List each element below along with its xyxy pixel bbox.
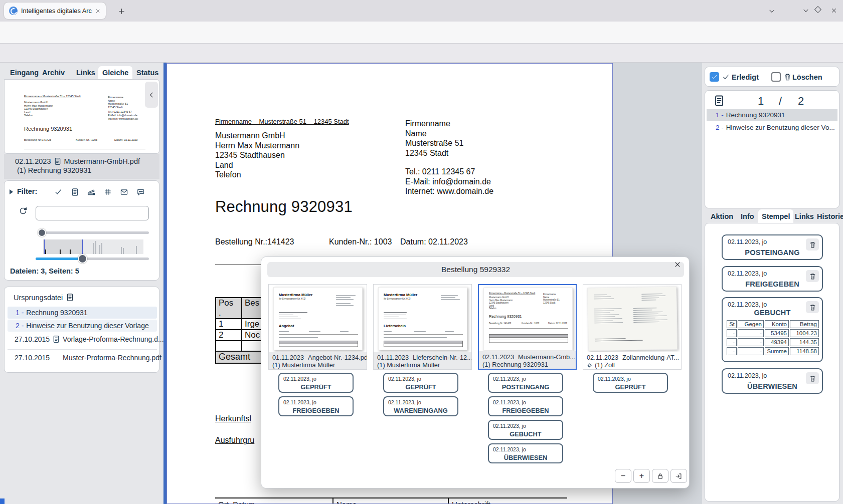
filter-panel: Filter: Dateien: 3, Seiten: 5	[4, 180, 159, 281]
sidebar-tab-archiv[interactable]: Archiv	[38, 66, 69, 79]
thumb-meta-customer: Kunden-Nr.: 1003	[76, 138, 97, 142]
right-tab-info[interactable]: Info	[737, 209, 758, 223]
divider	[8, 349, 157, 350]
new-tab-button[interactable]	[116, 6, 126, 16]
stamp-geprueft: 02.11.2023, joGEPRÜFT	[593, 373, 668, 393]
window-minimize-icon[interactable]	[800, 6, 811, 16]
page-list-item-selected[interactable]: 1 - Rechnung 9320931	[707, 109, 837, 121]
browser-navigation-bar: https://dms.spiraltrax.com	[0, 22, 843, 44]
window-close-icon[interactable]	[828, 6, 839, 16]
pages-current[interactable]: 1	[758, 95, 764, 108]
dialog-import-button[interactable]	[670, 469, 687, 483]
dialog-close-icon[interactable]	[673, 260, 682, 269]
stamps-panel: 02.11.2023, jo POSTEINGANG 02.11.2023, j…	[705, 223, 839, 501]
sidebar-tab-status[interactable]: Status	[132, 66, 162, 79]
thumb-recipient: Mustermann GmbHHerrn Max Mustermann12345…	[24, 101, 53, 117]
filter-reload-icon[interactable]	[18, 206, 29, 216]
check-icon	[722, 73, 730, 81]
sidebar-tab-gleiche[interactable]: Gleiche	[98, 66, 132, 79]
dialog-title-bar[interactable]: Bestellung 5929332	[267, 262, 684, 277]
document-icon	[66, 293, 74, 302]
redacted-text	[414, 330, 427, 332]
stamp-ueberwiesen: 02.11.2023, joÜBERWIESEN	[488, 443, 563, 463]
stamp-posteingang: 02.11.2023, jo POSTEINGANG	[722, 234, 823, 260]
thumb-company: FirmennameNameMusterstraße 5112345 Stadt…	[108, 96, 138, 120]
mini-recipient: Mustermann GmbHHerrn Max Mustermann12345…	[489, 296, 513, 310]
browser-tab[interactable]: Intelligentes digitales Arch	[4, 3, 106, 19]
filter-grid-icon[interactable]	[102, 187, 113, 197]
filter-scanner-icon[interactable]	[86, 187, 97, 197]
file-name: Mustermann-GmbH.pdf	[64, 157, 140, 165]
pages-separator: /	[779, 95, 782, 108]
linked-doc-zollanmeldung[interactable]: 02.11.2023 Zollanmeldung-AT... (1) Zoll	[583, 284, 682, 370]
sidebar-tab-eingang[interactable]: Eingang	[6, 66, 43, 79]
linked-doc-lieferschein[interactable]: Musterfirma Müller Ihr Servicepartner fü…	[373, 284, 472, 370]
range-slider-bottom-handle[interactable]	[78, 254, 87, 264]
page-list-item[interactable]: 2 - Hinweise zur Benutzung dieser Vo...	[707, 122, 837, 133]
dialog-zoom-in-button[interactable]: +	[633, 469, 650, 483]
document-thumbnail-panel[interactable]: Firmenname – Musterstraße 51 – 12345 Sta…	[4, 79, 159, 154]
booking-table: St Gegen Konto Betrag --534951004.23 --4…	[726, 319, 820, 356]
filter-label: Filter:	[17, 187, 37, 195]
right-tab-aktion[interactable]: Aktion	[707, 209, 737, 223]
dialog-zoom-out-button[interactable]: −	[615, 469, 631, 483]
linked-doc-caption: 01.11.2023 Angebot-Nr.-1234.pdf (1) Must…	[269, 352, 367, 369]
redacted-text	[340, 330, 353, 332]
source-file-item[interactable]: 27.10.2015 Muster-Proforma-Rechnung.pdf	[15, 354, 161, 362]
redacted-text	[445, 330, 458, 332]
file-subtitle: (1) Rechnung 9320931	[17, 166, 91, 174]
resize-corner	[0, 498, 5, 504]
list-tabs-chevron-icon[interactable]	[766, 6, 777, 16]
source-page-item[interactable]: 1 - Rechnung 9320931	[8, 307, 157, 319]
window-maximize-icon[interactable]	[815, 7, 820, 12]
source-page-item[interactable]: 2 - Hinweise zur Benutzung dieser Vorlag…	[8, 320, 157, 332]
linked-doc-angebot[interactable]: Musterfirma Müller Ihr Servicepartner fü…	[268, 284, 367, 370]
redacted-text	[384, 313, 409, 319]
filter-disclosure-icon[interactable]	[10, 189, 13, 194]
stamp-freigegeben: 02.11.2023, jo FREIGEGEBEN	[722, 266, 823, 292]
linked-documents-dialog: Bestellung 5929332 Musterfirma Müller Ih…	[261, 257, 690, 488]
tab-title: Intelligentes digitales Arch	[21, 7, 92, 15]
filter-search-input[interactable]	[36, 206, 149, 220]
browser-tab-bar: Intelligentes digitales Arch	[0, 0, 843, 22]
status-actions-panel: Erledigt Löschen	[705, 67, 839, 87]
filter-check-icon[interactable]	[53, 187, 64, 197]
stamp-geprueft: 02.11.2023, joGEPRÜFT	[383, 373, 458, 393]
filter-comment-icon[interactable]	[135, 187, 146, 197]
linked-doc-rechnung-selected[interactable]: Firmenname – Musterstraße 51 – 12345 Sta…	[478, 284, 577, 370]
range-slider-top[interactable]	[41, 231, 149, 234]
file-list-item[interactable]: 02.11.2023 Mustermann-GmbH.pdf (1) Rechn…	[4, 154, 159, 179]
sidebar-tab-links[interactable]: Links	[72, 66, 99, 79]
doc-origin-label: Herkunftsl	[215, 414, 251, 423]
delete-label: Löschen	[792, 73, 822, 81]
collapse-thumbnail-chevron-icon[interactable]	[145, 82, 158, 108]
range-slider-top-handle[interactable]	[38, 228, 46, 237]
redacted-text	[384, 330, 397, 332]
stamp-ueberwiesen: 02.11.2023, jo ÜBERWIESEN	[722, 368, 823, 394]
source-file-item[interactable]: 27.10.2015 Vorlage-Proforma-Rechnung.d..…	[15, 335, 164, 343]
source-header: Ursprungsdatei	[14, 294, 63, 302]
filter-mail-icon[interactable]	[118, 187, 129, 197]
date-histogram[interactable]	[43, 239, 143, 254]
right-tab-stempel[interactable]: Stempel	[758, 209, 793, 223]
filter-document-icon[interactable]	[69, 187, 80, 197]
stamp-freigegeben: 02.11.2023, joFREIGEGEBEN	[278, 396, 354, 416]
right-tab-historie[interactable]: Historie	[813, 209, 843, 223]
redacted-text	[641, 292, 669, 301]
dms-toolbar: .pdf 1 2 T − + 1 / 2	[0, 44, 843, 63]
thumb-meta-order: Bestellung Nr.:141423	[24, 138, 51, 142]
document-icon	[54, 157, 62, 165]
doc-signature-row: Ort, Datum Name Unterschrift	[215, 497, 567, 504]
redacted-text	[309, 330, 322, 332]
delete-checkbox[interactable]	[771, 72, 781, 82]
stamp-posteingang: 02.11.2023, joPOSTEINGANG	[488, 373, 563, 393]
stamp-geprueft: 02.11.2023, joGEPRÜFT	[278, 373, 354, 393]
thumb-meta-date: Datum: 02.11.2023	[114, 138, 137, 142]
done-label: Erledigt	[732, 73, 759, 81]
file-date: 02.11.2023	[15, 157, 51, 165]
redacted-text	[595, 336, 655, 341]
thumb-divider	[24, 149, 145, 149]
tab-close-icon[interactable]	[94, 7, 102, 15]
dialog-lock-button[interactable]	[652, 469, 668, 483]
done-checkbox[interactable]	[710, 72, 719, 82]
